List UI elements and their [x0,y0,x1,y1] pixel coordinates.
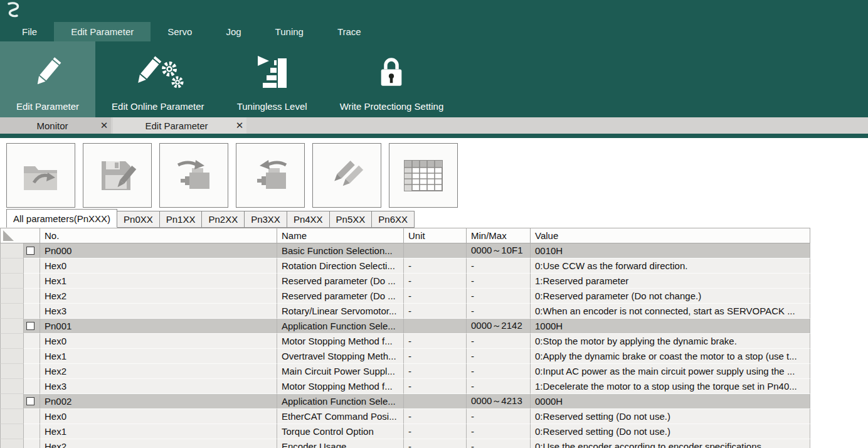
param-tab-pn3xx[interactable]: Pn3XX [244,211,287,228]
table-row[interactable]: Hex1Torque Control Option--0:Reserved se… [0,424,868,439]
row-checkbox[interactable] [26,322,34,330]
ribbon-write-protection-button[interactable]: Write Protectiong Setting [324,41,460,117]
row-checkbox[interactable] [26,247,34,255]
cell-minmax: 0000～4213 [467,394,531,409]
cell-minmax: - [467,334,531,349]
cell-name: Motor Stopping Method f... [277,379,404,394]
table-row[interactable]: Pn000Basic Function Selection...0000～10F… [0,243,868,259]
table-row[interactable]: Hex0EtherCAT Command Posi...--0:Reserved… [0,409,868,424]
open-parameter-file-button[interactable] [6,143,75,208]
param-tab-pn2xx[interactable]: Pn2XX [201,211,245,228]
cell-value: 1:Decelerate the motor to a stop using t… [531,379,810,394]
column-header-minmax[interactable]: Min/Max [467,228,531,243]
menu-item-servo[interactable]: Servo [151,22,209,41]
param-tab-pn1xx[interactable]: Pn1XX [159,211,203,228]
ribbon-button-label: Tuningless Level [237,101,307,112]
table-row[interactable]: Hex2Encoder Usage--0:Use the encoder acc… [0,439,868,448]
row-gutter[interactable] [0,243,24,259]
cell-unit: - [404,289,467,304]
table-row[interactable]: Hex2Main Circuit Power Suppl...--0:Input… [0,364,868,379]
write-to-servo-button[interactable] [159,143,228,208]
doc-tab-label: Monitor [0,120,97,131]
column-header-unit[interactable]: Unit [404,228,467,243]
row-checkbox[interactable] [26,397,34,405]
row-gutter[interactable] [0,349,24,364]
row-checkbox-cell[interactable] [24,319,40,334]
table-row[interactable]: Hex0Motor Stopping Method f...--0:Stop t… [0,334,868,349]
table-row[interactable]: Pn001Application Function Sele...0000～21… [0,319,868,334]
cell-minmax: - [467,289,531,304]
column-header-value[interactable]: Value [531,228,810,243]
open-parameter-file-icon [20,157,61,194]
param-tab-pn0xx[interactable]: Pn0XX [117,211,160,228]
row-gutter[interactable] [0,439,24,448]
cell-unit: - [404,259,467,274]
row-gutter[interactable] [0,319,24,334]
menu-item-tuning[interactable]: Tuning [258,22,320,41]
menu-item-edit-parameter[interactable]: Edit Parameter [54,22,151,41]
parameter-grid-icon [404,160,443,191]
row-checkbox-cell [24,349,40,364]
doc-tab-monitor[interactable]: Monitor✕ [0,117,113,134]
param-tab-pn6xx[interactable]: Pn6XX [371,211,415,228]
cell-value: 0:Input AC power as the main circuit pow… [531,364,810,379]
cell-no: Pn002 [40,394,277,409]
param-tab-pn4xx[interactable]: Pn4XX [287,211,330,228]
ribbon-tuningless-level-button[interactable]: Tuningless Level [221,41,324,117]
row-gutter[interactable] [0,409,24,424]
cell-minmax: - [467,274,531,289]
column-header-name[interactable]: Name [277,228,404,243]
ribbon-button-label: Edit Online Parameter [112,101,204,112]
save-parameter-button[interactable] [83,143,152,208]
menu-item-file[interactable]: File [5,22,54,41]
table-row[interactable]: Hex0Rotation Direction Selecti...--0:Use… [0,259,868,274]
ribbon-edit-online-parameter-button[interactable]: Edit Online Parameter [95,41,221,117]
table-row[interactable]: Hex3Motor Stopping Method f...--1:Decele… [0,379,868,394]
ribbon-button-label: Write Protectiong Setting [340,101,444,112]
row-checkbox-cell[interactable] [24,243,40,259]
row-gutter[interactable] [0,379,24,394]
table-row[interactable]: Hex1Overtravel Stopping Meth...--0:Apply… [0,349,868,364]
table-header: No. Name Unit Min/Max Value [0,228,868,243]
row-checkbox-cell [24,439,40,448]
table-row[interactable]: Hex2Reserved parameter (Do ...--0:Reserv… [0,289,868,304]
close-icon[interactable]: ✕ [97,120,111,131]
row-gutter[interactable] [0,334,24,349]
cell-name: EtherCAT Command Posi... [277,409,404,424]
read-from-servo-icon [250,157,291,194]
param-tab-pn5xx[interactable]: Pn5XX [329,211,373,228]
column-header-no[interactable]: No. [40,228,277,243]
read-from-servo-button[interactable] [236,143,305,208]
doc-tab-edit-parameter[interactable]: Edit Parameter✕ [113,117,248,134]
cell-no: Pn000 [40,243,277,259]
cell-name: Encoder Usage [277,439,404,448]
cell-value: 1:Reserved parameter [531,274,810,289]
row-checkbox-cell[interactable] [24,394,40,409]
cell-unit: - [404,439,467,448]
close-icon[interactable]: ✕ [233,120,246,131]
pencil-gears-icon [130,46,186,98]
cell-no: Hex0 [40,409,277,424]
cell-no: Hex3 [40,379,277,394]
param-tab-all-parameters-pnxxx[interactable]: All parameters(PnXXX) [6,209,117,228]
select-all-corner[interactable] [0,228,40,243]
menu-item-trace[interactable]: Trace [320,22,378,41]
table-row[interactable]: Pn002Application Function Sele...0000～42… [0,394,868,409]
table-row[interactable]: Hex3Rotary/Linear Servomotor...--0:When … [0,304,868,319]
parameter-grid-button[interactable] [389,143,458,208]
row-gutter[interactable] [0,259,24,274]
app-window: FileEdit ParameterServoJogTuningTrace Ed… [0,0,868,448]
tuning-level-icon [250,46,294,98]
ribbon-edit-parameter-button[interactable]: Edit Parameter [0,41,95,117]
row-gutter[interactable] [0,289,24,304]
menu-item-jog[interactable]: Jog [209,22,258,41]
compare-parameters-button[interactable] [312,143,381,208]
row-gutter[interactable] [0,424,24,439]
table-row[interactable]: Hex1Reserved parameter (Do ...--1:Reserv… [0,274,868,289]
row-gutter[interactable] [0,394,24,409]
row-gutter[interactable] [0,364,24,379]
row-gutter[interactable] [0,274,24,289]
row-gutter[interactable] [0,304,24,319]
ribbon: Edit Parameter E [0,41,868,117]
parameter-tab-strip: All parameters(PnXXX)Pn0XXPn1XXPn2XXPn3X… [0,208,868,228]
